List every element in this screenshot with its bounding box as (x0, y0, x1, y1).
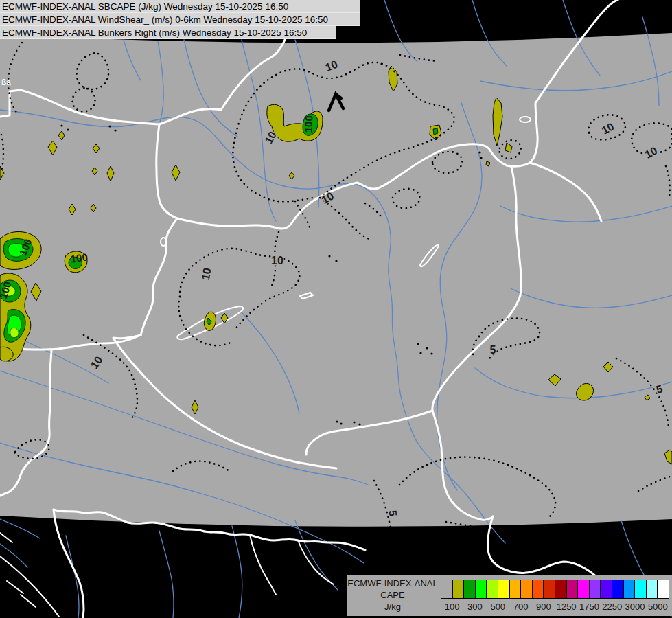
legend-parameter: CAPE (347, 589, 439, 601)
colorbar-tick: 2250 (602, 602, 622, 612)
colorbar-cell (533, 580, 544, 598)
colorbar-cell (510, 580, 522, 598)
legend-title-block: ECMWF-INDEX-ANAL CAPE J/kg (347, 577, 439, 613)
colorbar-cell (590, 580, 601, 598)
contour-value-label: 5 (490, 344, 496, 356)
title-sbcape: ECMWF-INDEX-ANAL SBCAPE (J/kg) Wednesday… (0, 0, 360, 13)
title-bunkers: ECMWF-INDEX-ANAL Bunkers Right (m/s) Wed… (0, 26, 336, 39)
colorbar-tick: 1750 (579, 602, 599, 612)
land-area (0, 33, 672, 527)
colorbar-cell (487, 580, 498, 598)
colorbar-cell (601, 580, 612, 598)
colorbar-cell (498, 580, 510, 598)
map-canvas: 1010101010101010555100100100100ßa (0, 0, 672, 618)
colorbar-tick: 500 (490, 602, 505, 612)
contour-value-label: 10 (200, 267, 213, 282)
legend-product: ECMWF-INDEX-ANAL (347, 577, 439, 589)
colorbar-cell (647, 580, 658, 598)
colorbar-tick: 5000 (648, 602, 668, 612)
colorbar-cell (521, 580, 533, 598)
legend-units: J/kg (347, 601, 439, 613)
colorbar-cell (476, 580, 487, 598)
colorbar-tick: 3000 (625, 602, 645, 612)
colorbar-tick: 900 (536, 602, 551, 612)
title-bars: ECMWF-INDEX-ANAL SBCAPE (J/kg) Wednesday… (0, 0, 360, 39)
colorbar-cell (578, 580, 590, 598)
title-windshear: ECMWF-INDEX-ANAL WindShear_ (m/s) 0-6km … (0, 13, 360, 26)
cape-value-label: 100 (70, 251, 89, 264)
colorbar-cell (658, 580, 669, 598)
colorbar-cell (624, 580, 636, 598)
legend-colorbar (441, 580, 669, 599)
contour-value-label: 5 (387, 510, 399, 516)
colorbar-cell (544, 580, 555, 598)
colorbar-cell (567, 580, 579, 598)
edge-place-label: ßa (1, 78, 11, 87)
colorbar-tick: 1250 (557, 602, 577, 612)
colorbar-cell (453, 580, 465, 598)
colorbar-tick: 100 (445, 602, 460, 612)
colorbar-tick: 700 (513, 602, 529, 612)
colorbar-cell (464, 580, 476, 598)
cape-legend: ECMWF-INDEX-ANAL CAPE J/kg 1003005007009… (347, 575, 672, 616)
weather-map-viewer: 1010101010101010555100100100100ßa ECMWF-… (0, 0, 672, 618)
colorbar-cell (441, 580, 453, 598)
colorbar-cell (612, 580, 624, 598)
colorbar-cell (555, 580, 567, 598)
contour-value-label: 10 (271, 255, 283, 266)
legend-tick-labels: 10030050070090012501750225030005000 (441, 602, 669, 613)
colorbar-tick: 300 (467, 602, 483, 612)
colorbar-cell (635, 580, 647, 598)
cape-value-label: 100 (303, 115, 315, 133)
